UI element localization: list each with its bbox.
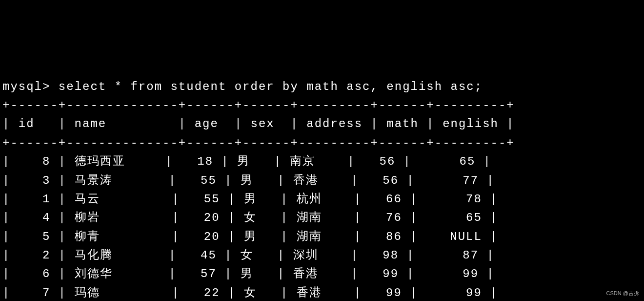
- watermark: CSDN @古拆: [606, 289, 639, 298]
- table-row: | 2 | 马化腾 | 45 | 女 | 深圳 | 98 | 87 |: [2, 249, 495, 262]
- terminal-output: mysql> select * from student order by ma…: [2, 78, 642, 301]
- sql-query: select * from student order by math asc,…: [59, 80, 483, 93]
- table-border-top: +------+--------------+------+------+---…: [2, 99, 515, 112]
- table-row: | 3 | 马景涛 | 55 | 男 | 香港 | 56 | 77 |: [2, 174, 495, 187]
- table-row: | 8 | 德玛西亚 | 18 | 男 | 南京 | 56 | 65 |: [2, 155, 491, 168]
- table-row: | 5 | 柳青 | 20 | 男 | 湖南 | 86 | NULL |: [2, 230, 498, 243]
- table-row: | 1 | 马云 | 55 | 男 | 杭州 | 66 | 78 |: [2, 193, 498, 206]
- table-row: | 6 | 刘德华 | 57 | 男 | 香港 | 99 | 99 |: [2, 267, 495, 280]
- table-row: | 7 | 玛德 | 22 | 女 | 香港 | 99 | 99 |: [2, 286, 498, 300]
- table-header: | id | name | age | sex | address | math…: [2, 117, 515, 130]
- mysql-prompt: mysql>: [2, 80, 59, 93]
- table-row: | 4 | 柳岩 | 20 | 女 | 湖南 | 76 | 65 |: [2, 211, 498, 224]
- table-border-mid: +------+--------------+------+------+---…: [2, 136, 515, 150]
